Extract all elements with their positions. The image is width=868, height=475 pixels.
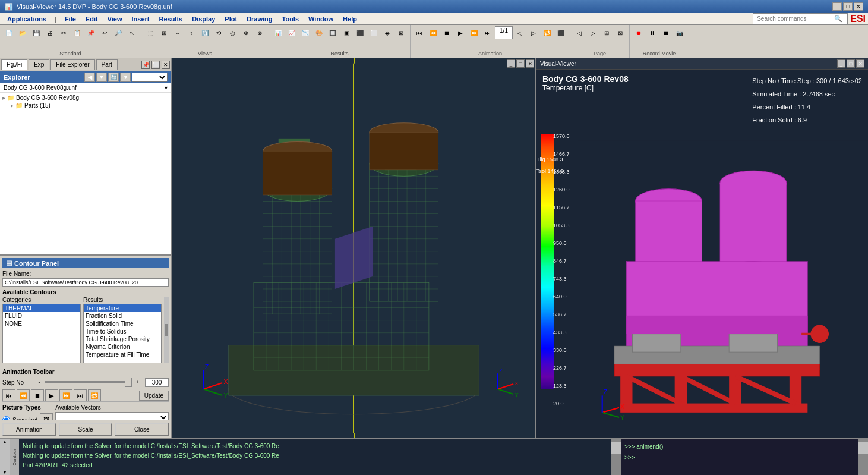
menu-file[interactable]: File bbox=[60, 14, 81, 24]
tab-exp[interactable]: Exp bbox=[29, 59, 49, 70]
menu-window[interactable]: Window bbox=[304, 14, 338, 24]
right-minimize[interactable]: _ bbox=[837, 59, 845, 68]
menu-applications[interactable]: Applications bbox=[2, 14, 51, 24]
exp-btn2[interactable]: ▼ bbox=[96, 73, 107, 82]
anim-first[interactable]: ⏮ bbox=[2, 389, 15, 401]
vp-minimize[interactable]: _ bbox=[507, 59, 515, 68]
tb-anim4[interactable]: ▶ bbox=[454, 26, 467, 39]
exp-btn1[interactable]: ◀ bbox=[84, 73, 95, 82]
result-niyama[interactable]: Niyama Criterion bbox=[84, 343, 161, 351]
result-fraction[interactable]: Fraction Solid bbox=[84, 312, 161, 320]
search-input[interactable] bbox=[757, 15, 834, 22]
tb-pause[interactable]: ⏸ bbox=[646, 26, 659, 39]
result-temp-fill[interactable]: Temperature at Fill Time bbox=[84, 351, 161, 358]
tb-anim-fwd[interactable]: ▷ bbox=[527, 26, 540, 39]
tb-view2[interactable]: ⊞ bbox=[157, 26, 171, 39]
menu-tools[interactable]: Tools bbox=[277, 14, 304, 24]
menu-help[interactable]: Help bbox=[338, 14, 362, 24]
result-model-svg[interactable]: X Y Z bbox=[578, 131, 868, 438]
tb-anim6[interactable]: ⏭ bbox=[481, 26, 494, 39]
menu-edit[interactable]: Edit bbox=[81, 14, 103, 24]
result-temperature[interactable]: Temperature bbox=[84, 304, 161, 312]
exp-dropdown[interactable]: ▾ bbox=[120, 73, 131, 82]
anim-stop[interactable]: ⏹ bbox=[31, 389, 44, 401]
anim-prev[interactable]: ⏪ bbox=[17, 389, 30, 401]
tab-pg-fi[interactable]: Pg./Fi bbox=[1, 59, 27, 70]
tb-anim1[interactable]: ⏮ bbox=[413, 26, 426, 39]
tb-res8[interactable]: ⬜ bbox=[367, 26, 380, 39]
tree-parts[interactable]: ▸ 📁 Parts (15) bbox=[1, 102, 170, 109]
cat-fluid[interactable]: FLUID bbox=[3, 312, 80, 320]
tb-res5[interactable]: 🔲 bbox=[326, 26, 339, 39]
3d-model-svg[interactable]: X Y Z X Y Z bbox=[172, 58, 535, 438]
tb-view1[interactable]: ⬚ bbox=[144, 26, 157, 39]
tb-view4[interactable]: ↕ bbox=[185, 26, 198, 39]
result-time-solidus[interactable]: Time to Solidus bbox=[84, 328, 161, 335]
menu-insert[interactable]: Insert bbox=[127, 14, 154, 24]
tb-cut[interactable]: ✂ bbox=[57, 26, 70, 39]
tb-res2[interactable]: 📈 bbox=[285, 26, 298, 39]
tb-res4[interactable]: 🎨 bbox=[313, 26, 326, 39]
tb-new[interactable]: 📄 bbox=[2, 26, 15, 39]
tb-anim3[interactable]: ⏹ bbox=[440, 26, 453, 39]
scale-btn[interactable]: Scale bbox=[59, 423, 113, 436]
right-scrollbar[interactable] bbox=[858, 439, 868, 475]
maximize-button[interactable]: □ bbox=[843, 2, 853, 11]
close-panel-btn[interactable]: Close bbox=[115, 423, 169, 436]
menu-results[interactable]: Results bbox=[154, 14, 187, 24]
tb-anim-rec[interactable]: ⬛ bbox=[554, 26, 567, 39]
exp-select[interactable] bbox=[132, 73, 168, 82]
tb-zoom-in[interactable]: 🔎 bbox=[112, 26, 125, 39]
vp-maximize[interactable]: □ bbox=[516, 59, 525, 68]
status-scrollbar[interactable] bbox=[611, 439, 621, 475]
tb-pointer[interactable]: ↖ bbox=[125, 26, 138, 39]
close-button[interactable]: ✕ bbox=[854, 2, 863, 11]
tb-save[interactable]: 💾 bbox=[30, 26, 43, 39]
anim-play[interactable]: ▶ bbox=[45, 389, 58, 401]
tab-file-explorer[interactable]: File Explorer bbox=[50, 59, 94, 70]
right-close[interactable]: ✕ bbox=[856, 59, 864, 68]
tab-part[interactable]: Part bbox=[96, 59, 118, 70]
vp-close[interactable]: ✕ bbox=[526, 59, 534, 68]
animation-btn[interactable]: Animation bbox=[2, 423, 56, 436]
tb-view6[interactable]: ⟲ bbox=[212, 26, 225, 39]
right-maximize[interactable]: □ bbox=[847, 59, 855, 68]
tb-res6[interactable]: ▣ bbox=[340, 26, 353, 39]
status-scroll-left[interactable]: ▲ ▼ bbox=[0, 439, 10, 475]
tb-res1[interactable]: 📊 bbox=[272, 26, 285, 39]
tb-view8[interactable]: ⊕ bbox=[239, 26, 252, 39]
vectors-select[interactable] bbox=[55, 412, 169, 420]
snapshot-icon[interactable]: 🖼 bbox=[40, 413, 53, 420]
minimize-button[interactable]: — bbox=[832, 2, 842, 11]
tb-copy[interactable]: 📋 bbox=[71, 26, 84, 39]
exp-btn3[interactable]: 🔄 bbox=[108, 73, 119, 82]
tb-res7[interactable]: ⬛ bbox=[353, 26, 367, 39]
menu-drawing[interactable]: Drawing bbox=[242, 14, 277, 24]
tb-paste[interactable]: 📌 bbox=[84, 26, 97, 39]
results-list[interactable]: Temperature Fraction Solid Solidificatio… bbox=[83, 304, 162, 363]
step-slider[interactable] bbox=[45, 381, 132, 383]
panel-restore[interactable]: ⬜ bbox=[151, 61, 160, 69]
tb-stop-rec[interactable]: ⏹ bbox=[659, 26, 673, 39]
anim-loop[interactable]: 🔁 bbox=[88, 389, 101, 401]
tb-view5[interactable]: 🔃 bbox=[198, 26, 212, 39]
step-value[interactable]: 300 bbox=[145, 378, 169, 387]
tb-anim-loop[interactable]: 🔁 bbox=[541, 26, 554, 39]
tb-page1[interactable]: ◁ bbox=[573, 26, 586, 39]
tb-page3[interactable]: ⊞ bbox=[600, 26, 613, 39]
panel-pin[interactable]: 📌 bbox=[141, 61, 150, 69]
tb-res3[interactable]: 📉 bbox=[299, 26, 312, 39]
tb-anim-back[interactable]: ◁ bbox=[513, 26, 526, 39]
tb-open[interactable]: 📂 bbox=[16, 26, 29, 39]
panel-close[interactable]: ✕ bbox=[162, 61, 170, 69]
menu-display[interactable]: Display bbox=[187, 14, 220, 24]
tb-undo[interactable]: ↩ bbox=[98, 26, 111, 39]
tb-view7[interactable]: ◎ bbox=[226, 26, 239, 39]
tb-res9[interactable]: ◈ bbox=[381, 26, 394, 39]
anim-next[interactable]: ⏩ bbox=[59, 389, 72, 401]
explorer-expand[interactable]: ▾ bbox=[165, 84, 168, 91]
tb-cam[interactable]: 📷 bbox=[673, 26, 686, 39]
tb-anim5[interactable]: ⏩ bbox=[468, 26, 481, 39]
categories-list[interactable]: THERMAL FLUID NONE bbox=[2, 304, 81, 363]
result-solidification[interactable]: Solidification Time bbox=[84, 320, 161, 328]
